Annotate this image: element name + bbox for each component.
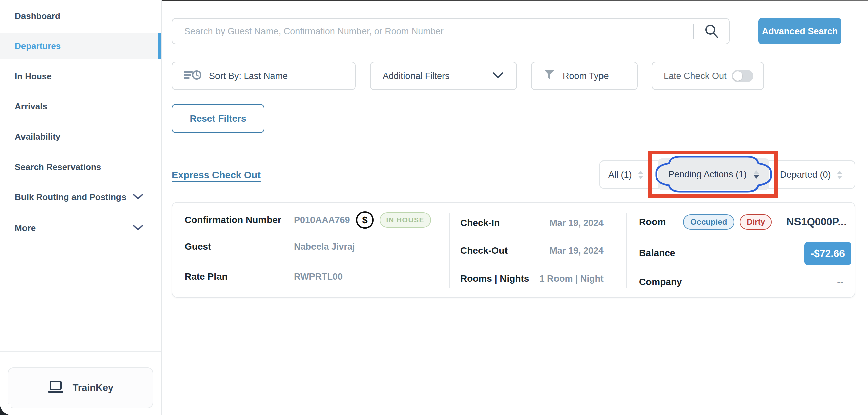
check-in-value: Mar 19, 2024 xyxy=(550,218,603,228)
sidebar-item-label: Dashboard xyxy=(15,11,60,22)
sidebar-item-search-reservations[interactable]: Search Reservations xyxy=(0,154,161,180)
trainkey-button[interactable]: TrainKey xyxy=(8,367,153,408)
express-check-out-link[interactable]: Express Check Out xyxy=(172,170,261,181)
balance-label: Balance xyxy=(639,248,675,259)
company-label: Company xyxy=(639,277,682,288)
confirmation-number-value: P010AAA769 xyxy=(294,215,350,225)
sidebar-item-bulk-routing[interactable]: Bulk Routing and Postings xyxy=(0,184,161,210)
up-down-arrows-icon[interactable] xyxy=(837,171,842,179)
check-in-label: Check-In xyxy=(460,217,500,228)
company-value: -- xyxy=(837,277,843,288)
check-out-label: Check-Out xyxy=(460,245,508,256)
late-check-out-filter: Late Check Out xyxy=(651,62,764,90)
sort-by-button[interactable]: Sort By: Last Name xyxy=(172,62,356,90)
occupied-badge: Occupied xyxy=(683,214,735,230)
sidebar-item-label: Bulk Routing and Postings xyxy=(15,192,126,203)
reservation-card[interactable]: Confirmation Number P010AAA769 $ IN HOUS… xyxy=(172,202,855,298)
balance-amount-button[interactable]: -$72.66 xyxy=(804,242,851,265)
check-out-value: Mar 19, 2024 xyxy=(550,246,603,256)
sidebar-item-availability[interactable]: Availability xyxy=(0,124,161,150)
rate-plan-label: Rate Plan xyxy=(185,271,227,282)
sidebar: Dashboard Departures In House Arrivals A… xyxy=(0,0,162,415)
card-divider xyxy=(449,213,450,289)
late-check-out-toggle[interactable] xyxy=(732,70,753,82)
dollar-circle-icon: $ xyxy=(356,211,374,229)
card-divider xyxy=(626,213,627,289)
departures-page: Dashboard Departures In House Arrivals A… xyxy=(0,0,868,415)
sidebar-item-label: Arrivals xyxy=(15,101,47,112)
sort-down-arrow xyxy=(638,176,644,179)
additional-filters-dropdown[interactable]: Additional Filters xyxy=(370,62,517,90)
chevron-down-icon xyxy=(132,192,144,203)
search-submit-button[interactable] xyxy=(694,19,729,43)
chevron-down-icon xyxy=(132,223,144,233)
dirty-badge: Dirty xyxy=(740,214,772,230)
sidebar-item-dashboard[interactable]: Dashboard xyxy=(0,3,161,29)
toggle-knob xyxy=(733,71,742,81)
tab-all[interactable]: All (1) xyxy=(608,160,644,189)
guest-name-value: Nabeela Jivraj xyxy=(294,242,355,252)
advanced-search-button[interactable]: Advanced Search xyxy=(758,18,841,44)
tab-departed[interactable]: Departed (0) xyxy=(780,160,842,189)
search-icon xyxy=(704,23,719,40)
rate-plan-value: RWPRTL00 xyxy=(294,272,343,282)
sort-down-arrow xyxy=(837,176,842,179)
guest-label: Guest xyxy=(185,241,211,252)
sidebar-item-in-house[interactable]: In House xyxy=(0,63,161,89)
sidebar-item-arrivals[interactable]: Arrivals xyxy=(0,93,161,120)
reset-filters-button[interactable]: Reset Filters xyxy=(172,104,265,133)
room-type-label: Room Type xyxy=(563,71,609,81)
rooms-nights-value: 1 Room | Night xyxy=(539,274,603,284)
laptop-icon xyxy=(48,380,64,396)
sort-by-label: Sort By: Last Name xyxy=(209,71,288,81)
focus-frame xyxy=(654,155,773,194)
sort-by-time-icon xyxy=(184,69,202,83)
tab-pending-actions[interactable]: Pending Actions (1) xyxy=(654,155,773,194)
guest-search-box xyxy=(172,18,730,44)
room-number-value: NS1Q000P... xyxy=(786,216,846,228)
in-house-status-badge: IN HOUSE xyxy=(380,212,431,228)
rooms-nights-label: Rooms | Nights xyxy=(460,273,529,284)
sidebar-item-label: Departures xyxy=(15,41,61,51)
sidebar-item-label: Search Reservations xyxy=(15,162,101,172)
sort-up-arrow xyxy=(837,171,842,174)
funnel-icon xyxy=(544,69,555,83)
room-status-badges: Occupied Dirty xyxy=(683,214,772,230)
additional-filters-label: Additional Filters xyxy=(383,71,450,81)
sidebar-item-departures[interactable]: Departures xyxy=(0,33,161,59)
sidebar-item-label: More xyxy=(15,223,36,233)
confirmation-number-row: P010AAA769 $ IN HOUSE xyxy=(294,211,431,229)
room-label: Room xyxy=(639,216,665,227)
sidebar-item-more[interactable]: More xyxy=(0,215,161,241)
tab-all-label: All (1) xyxy=(608,170,632,180)
search-input[interactable] xyxy=(172,19,693,43)
sort-up-arrow xyxy=(638,171,644,174)
up-down-arrows-icon[interactable] xyxy=(638,171,644,179)
room-type-filter-button[interactable]: Room Type xyxy=(531,62,638,90)
trainkey-label: TrainKey xyxy=(72,382,114,393)
chevron-down-icon xyxy=(492,71,504,81)
sidebar-item-label: In House xyxy=(15,71,52,82)
late-check-out-label: Late Check Out xyxy=(663,71,727,81)
sidebar-footer-divider xyxy=(0,351,161,352)
tab-departed-label: Departed (0) xyxy=(780,170,831,180)
confirmation-number-label: Confirmation Number xyxy=(185,214,281,225)
sidebar-item-label: Availability xyxy=(15,131,60,142)
